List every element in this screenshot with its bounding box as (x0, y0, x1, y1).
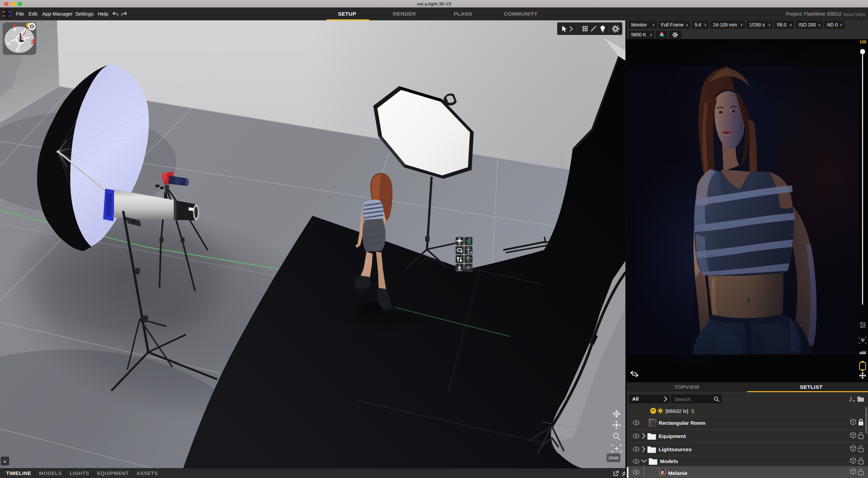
svg-text:Models: Models (660, 458, 678, 464)
svg-text:Search: Search (674, 396, 691, 402)
svg-text:S: S (691, 408, 695, 415)
svg-text:Lightsources: Lightsources (659, 446, 692, 452)
svg-text:[66932 lx]: [66932 lx] (665, 408, 688, 414)
svg-text:Equipment: Equipment (659, 433, 686, 439)
svg-text:Melanie: Melanie (668, 470, 687, 476)
svg-text:All: All (632, 396, 639, 402)
svg-text:105: 105 (860, 40, 866, 44)
svg-text:Rectangular Room: Rectangular Room (659, 420, 705, 426)
svg-text:»: » (3, 458, 6, 464)
svg-text:Orbit: Orbit (608, 455, 619, 460)
